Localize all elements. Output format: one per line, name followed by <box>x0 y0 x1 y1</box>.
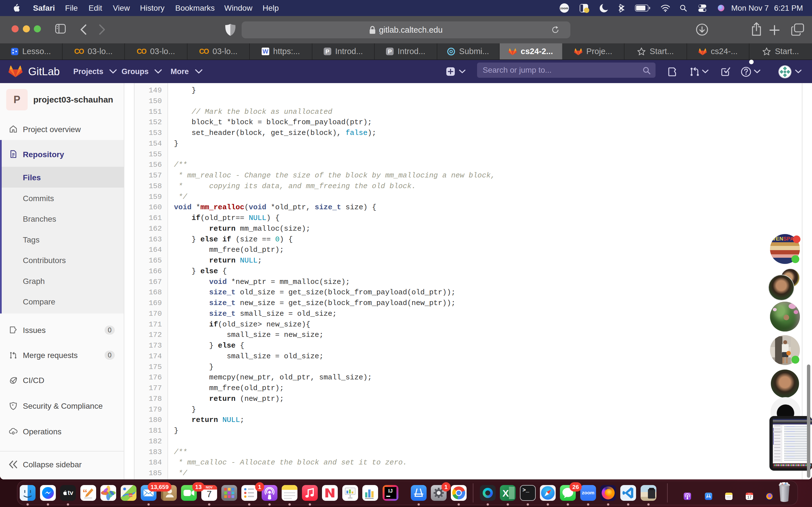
svg-text:280: 280 <box>128 494 133 497</box>
